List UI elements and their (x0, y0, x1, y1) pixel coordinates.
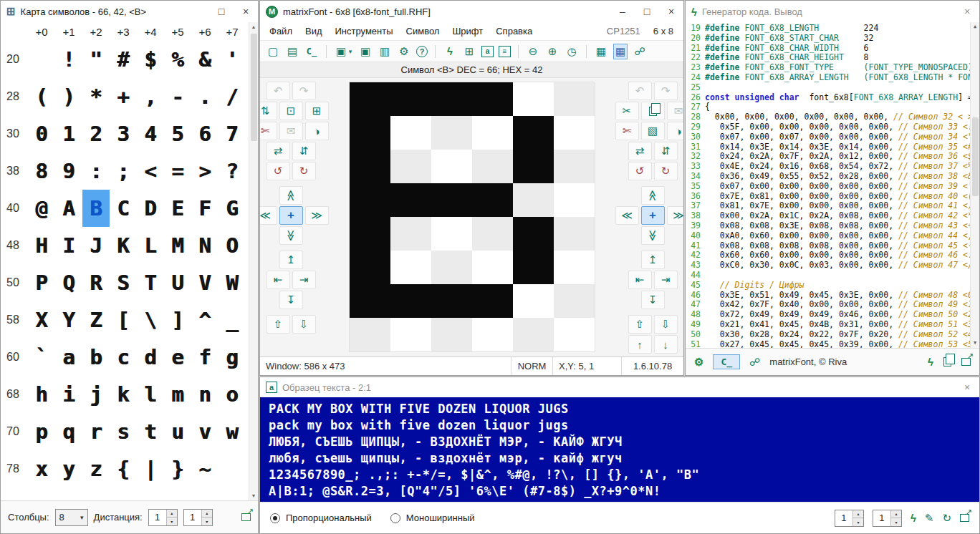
char-cell[interactable]: + (110, 78, 137, 115)
shift-up-icon[interactable]: ≪ (641, 186, 665, 205)
align-left-icon[interactable]: ⇤ (628, 271, 652, 289)
char-cell[interactable]: ; (110, 152, 137, 190)
char-cell[interactable]: l (137, 376, 164, 413)
char-cell[interactable]: , (137, 78, 164, 115)
scroll-down-icon[interactable]: ▼ (249, 491, 258, 500)
flip-vertical-icon[interactable]: ⇵ (654, 142, 678, 160)
char-cell[interactable]: R (82, 264, 110, 301)
menu-item-6[interactable]: Справка (489, 24, 539, 39)
pixel-cell[interactable] (554, 318, 595, 351)
cut-icon[interactable]: ✂ (615, 102, 639, 120)
pixel-cell[interactable] (554, 183, 595, 217)
char-cell[interactable]: ) (55, 78, 82, 115)
pixel-cell[interactable] (513, 82, 554, 116)
char-cell[interactable] (218, 450, 246, 487)
char-cell[interactable]: b (82, 339, 110, 376)
char-cell[interactable]: I (55, 227, 82, 264)
char-cell[interactable]: x (28, 450, 55, 487)
spin-down-icon[interactable]: ▾ (891, 518, 901, 526)
char-grid[interactable]: +0+1+2+3+4+5+6+720 !"#$%&'28()*+,-./3001… (2, 22, 246, 500)
maximize-button[interactable]: □ (209, 1, 234, 22)
char-cell[interactable]: h (28, 376, 55, 413)
undo-icon[interactable]: ↶ (628, 82, 652, 100)
char-cell[interactable]: 9 (55, 152, 82, 190)
pixel-cell[interactable] (554, 116, 595, 150)
close-button[interactable]: × (659, 1, 683, 22)
char-cell[interactable]: w (218, 413, 246, 450)
pixel-cell[interactable] (390, 284, 431, 318)
proportional-radio[interactable] (270, 513, 280, 523)
char-cell[interactable]: p (28, 413, 55, 450)
char-cell[interactable]: H (28, 227, 55, 264)
pixel-cell[interactable] (513, 183, 554, 217)
insert-row-icon[interactable]: ⇅ (260, 102, 277, 120)
pixel-cell[interactable] (431, 183, 472, 217)
generate-code-icon[interactable]: ϟ (928, 356, 933, 368)
pixel-cell[interactable] (472, 183, 513, 217)
char-cell[interactable]: 2 (82, 115, 110, 152)
undo-icon[interactable]: ↶ (266, 82, 290, 100)
align-right-icon[interactable]: ⇥ (654, 271, 678, 289)
save-menu-caret-icon[interactable]: ▾ (347, 44, 353, 59)
pixel-cell[interactable] (390, 82, 431, 116)
char-cell[interactable]: y (55, 450, 82, 487)
invert-icon[interactable]: ◑ (667, 122, 684, 140)
output-window-toggle-icon[interactable]: ≡ (499, 46, 511, 57)
pixel-cell[interactable] (513, 318, 554, 351)
align-bottom-icon[interactable]: ↧ (279, 291, 303, 309)
char-cell[interactable]: N (191, 227, 218, 264)
pixel-cell[interactable] (472, 82, 513, 116)
char-cell[interactable]: 5 (164, 115, 191, 152)
link-panels-icon[interactable]: ☍ (633, 44, 647, 59)
pixel-cell[interactable] (472, 150, 513, 183)
rotate-left-icon[interactable]: ↺ (628, 162, 652, 180)
scale-x-spinner[interactable]: 1 ▴▾ (835, 510, 864, 527)
scrollbar-thumb[interactable] (251, 34, 257, 141)
pixel-cell[interactable] (554, 251, 595, 284)
char-cell[interactable]: V (191, 264, 218, 301)
char-cell[interactable]: } (164, 450, 191, 487)
minimize-button[interactable]: – (610, 1, 635, 22)
pixel-cell[interactable] (431, 251, 472, 284)
char-cell[interactable]: f (191, 339, 218, 376)
pixel-cell[interactable] (431, 318, 472, 351)
char-cell[interactable]: < (137, 152, 164, 190)
char-cell[interactable]: o (218, 376, 246, 413)
char-cell[interactable]: k (110, 376, 137, 413)
char-cell[interactable]: = (164, 152, 191, 190)
generate-code-icon[interactable]: ϟ (443, 44, 457, 59)
spin-up-icon[interactable]: ▴ (891, 510, 901, 519)
grid-toggle-icon[interactable]: ▦ (594, 44, 608, 59)
char-cell[interactable]: 4 (137, 115, 164, 152)
save-icon[interactable]: ▣ (334, 44, 348, 59)
char-cell[interactable]: \ (137, 301, 164, 339)
scrollbar-thumb[interactable] (972, 117, 979, 196)
char-cell[interactable]: q (55, 413, 82, 450)
grid-lines-toggle-icon[interactable]: ▦ (613, 44, 628, 59)
char-cell[interactable]: ( (28, 78, 55, 115)
char-cell[interactable]: K (110, 227, 137, 264)
open-font-icon[interactable]: ▤ (285, 44, 299, 59)
pixel-cell[interactable] (350, 284, 390, 318)
char-cell[interactable] (28, 41, 55, 78)
import-image-icon[interactable]: ▧ (641, 122, 665, 140)
shift-left-icon[interactable]: ≪ (615, 206, 639, 225)
menu-item-1[interactable]: Файл (263, 24, 299, 39)
menu-item-5[interactable]: Шрифт (446, 24, 489, 39)
char-cell[interactable]: > (191, 152, 218, 190)
menu-item-2[interactable]: Вид (299, 24, 329, 39)
glyph-pixel-grid[interactable] (349, 82, 595, 352)
crop-icon[interactable]: ⊡ (279, 102, 303, 120)
char-cell[interactable]: e (164, 339, 191, 376)
char-cell[interactable]: W (218, 264, 246, 301)
pixel-cell[interactable] (554, 217, 595, 251)
shift-left-icon[interactable]: ≪ (260, 206, 277, 225)
char-cell[interactable]: E (164, 190, 191, 227)
save-as-icon[interactable]: ▣ (358, 44, 373, 59)
next-char-icon[interactable]: ↓ (654, 335, 678, 354)
pixel-cell[interactable] (513, 150, 554, 183)
char-cell[interactable]: 0 (28, 115, 55, 152)
char-cell[interactable]: a (55, 339, 82, 376)
pixel-cell[interactable] (513, 251, 554, 284)
link-icon[interactable]: ☍ (749, 356, 760, 369)
